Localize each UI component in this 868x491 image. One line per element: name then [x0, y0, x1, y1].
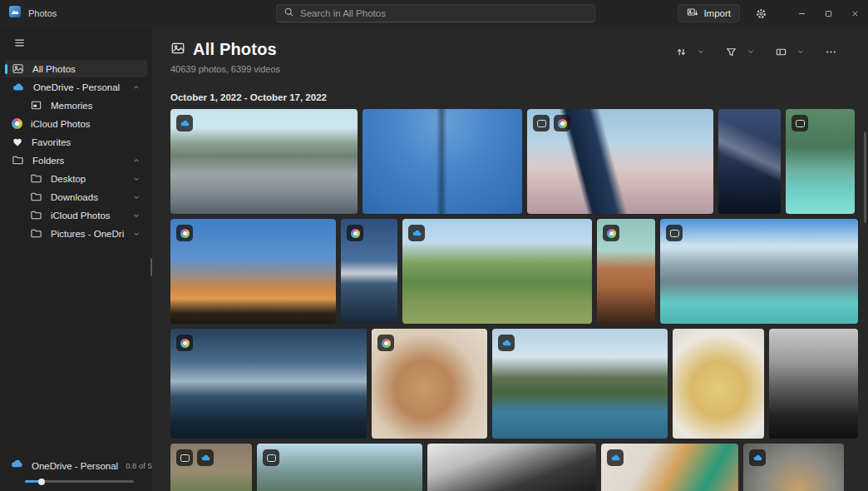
sidebar-item-icloud-photos[interactable]: iCloud Photos: [5, 115, 147, 132]
frame-badge-icon: [176, 449, 193, 466]
tile-badges: [176, 115, 193, 131]
chevron-up-icon[interactable]: [132, 156, 147, 165]
search-input[interactable]: [300, 8, 588, 18]
vertical-scrollbar[interactable]: [864, 131, 866, 223]
icloud-badge-icon: [377, 335, 394, 351]
sidebar-item-label: Folders: [32, 156, 64, 166]
minimize-button[interactable]: [788, 0, 815, 27]
onedrive-badge-icon: [197, 449, 214, 466]
sidebar-item-label: iCloud Photos: [31, 119, 91, 129]
main-content: All Photos 40639 photos, 6399 videos Oct…: [152, 27, 868, 491]
onedrive-badge-icon: [749, 449, 766, 466]
folder-icon: [30, 191, 42, 203]
page-title: All Photos: [193, 40, 277, 59]
photos-app-window: Photos Import All PhotosOneDrive - Perso…: [0, 0, 868, 491]
photo-tile-green-valley-olive-trees[interactable]: [402, 219, 592, 324]
photo-tile-harbor-sails-night[interactable]: [170, 329, 367, 439]
photo-tile-lake-with-hills[interactable]: [492, 329, 668, 439]
chevron-down-icon[interactable]: [132, 193, 147, 201]
app-identity: Photos: [0, 5, 150, 22]
sidebar-item-folders[interactable]: Folders: [5, 151, 147, 169]
icloud-badge-icon: [554, 115, 570, 131]
chevron-down-icon[interactable]: [132, 175, 147, 183]
photo-tile-pasta-plate[interactable]: [673, 329, 764, 439]
photo-tile-black-white-wave[interactable]: [427, 444, 596, 491]
settings-button[interactable]: [748, 2, 773, 24]
tile-badges: [176, 335, 193, 351]
photo-tile-city-skyline-with-mountains[interactable]: [170, 109, 358, 214]
onedrive-badge-icon: [498, 335, 515, 351]
photo-tile-houseplant-shelf[interactable]: [170, 444, 252, 491]
sidebar-item-label: iCloud Photos: [51, 211, 111, 221]
sidebar-item-downloads[interactable]: Downloads: [5, 188, 147, 206]
tile-badges: [176, 225, 193, 241]
onedrive-badge-icon: [408, 225, 425, 241]
layout-chevron-icon[interactable]: [792, 42, 810, 62]
photo-tile-forest-tall-trees[interactable]: [257, 444, 422, 491]
folder-icon: [30, 227, 42, 240]
photo-tile-desert-cliff-shadow[interactable]: [597, 219, 655, 324]
layout-button[interactable]: [772, 42, 790, 62]
sidebar-item-favorites[interactable]: Favorites: [5, 133, 147, 151]
frame-badge-icon: [263, 449, 279, 466]
photo-tile-pie-and-latte[interactable]: [601, 444, 738, 491]
memories-icon: [30, 99, 42, 112]
heart-icon: [12, 136, 23, 148]
photo-tile-puppy-autumn-leaves[interactable]: [743, 444, 844, 491]
icloud-badge-icon: [176, 225, 193, 241]
sidebar-item-label: OneDrive - Personal: [33, 82, 120, 92]
sidebar-item-onedrive-personal[interactable]: OneDrive - Personal: [5, 78, 147, 96]
photos-app-icon: [8, 5, 22, 22]
sidebar-item-desktop[interactable]: Desktop: [5, 170, 147, 187]
titlebar: Photos Import: [0, 0, 868, 27]
tile-badges: [408, 225, 425, 241]
sort-button[interactable]: [672, 42, 690, 62]
sidebar-item-label: Favorites: [32, 137, 71, 147]
photo-tile-carousel-ride-blue-sky[interactable]: [362, 109, 522, 214]
photo-tile-puppy-on-bed[interactable]: [372, 329, 487, 439]
sidebar-item-all-photos[interactable]: All Photos: [5, 60, 147, 77]
sidebar-item-label: All Photos: [32, 64, 76, 74]
search-bar[interactable]: [276, 4, 595, 22]
more-options-button[interactable]: [821, 42, 840, 62]
photo-tile-river-at-dusk[interactable]: [341, 219, 397, 324]
photo-tile-mountain-lake-turquoise[interactable]: [660, 219, 858, 324]
photo-grid: [170, 109, 858, 491]
sidebar: All PhotosOneDrive - PersonalMemoriesiCl…: [0, 27, 152, 491]
chevron-down-icon[interactable]: [132, 211, 147, 220]
chevron-down-icon[interactable]: [132, 230, 147, 238]
onedrive-badge-icon: [176, 115, 193, 131]
photo-tile-forest-bridge-turquoise-river[interactable]: [786, 109, 855, 214]
tile-badges: [377, 335, 394, 351]
photo-tile-airplane-wing-over-clouds[interactable]: [527, 109, 713, 214]
sort-chevron-icon[interactable]: [692, 42, 710, 62]
maximize-button[interactable]: [815, 0, 841, 27]
gallery-toolbar: [660, 42, 840, 62]
chevron-up-icon[interactable]: [132, 83, 147, 92]
icloud-icon: [12, 118, 22, 129]
all-photos-icon: [170, 41, 185, 59]
tile-badges: [176, 449, 214, 466]
photo-tile-night-sky-stars[interactable]: [718, 109, 781, 214]
photo-tile-dusk-street-bare-trees[interactable]: [170, 219, 336, 324]
menu-toggle-button[interactable]: [7, 32, 32, 53]
filter-chevron-icon[interactable]: [742, 42, 760, 62]
tile-badges: [792, 115, 808, 131]
photo-tile-storm-cloud[interactable]: [769, 329, 858, 439]
filter-button[interactable]: [722, 42, 740, 62]
search-icon: [284, 6, 294, 21]
sidebar-item-label: Desktop: [51, 174, 86, 184]
storage-progress-track: [25, 480, 134, 483]
close-button[interactable]: [841, 0, 868, 27]
storage-meter[interactable]: OneDrive - Personal 0.8 of 5.0 GB: [0, 457, 152, 483]
sidebar-item-icloud-photos[interactable]: iCloud Photos: [5, 206, 147, 224]
import-label: Import: [703, 8, 731, 18]
sidebar-item-pictures-onedrive-personal[interactable]: Pictures - OneDrive Personal: [5, 225, 147, 242]
sidebar-item-label: Downloads: [51, 192, 98, 202]
date-range-header[interactable]: October 1, 2022 - October 17, 2022: [170, 92, 868, 102]
folder-icon: [12, 154, 24, 166]
sidebar-item-memories[interactable]: Memories: [5, 97, 147, 114]
tile-badges: [666, 225, 683, 241]
icloud-badge-icon: [347, 225, 363, 241]
import-button[interactable]: Import: [678, 4, 740, 22]
